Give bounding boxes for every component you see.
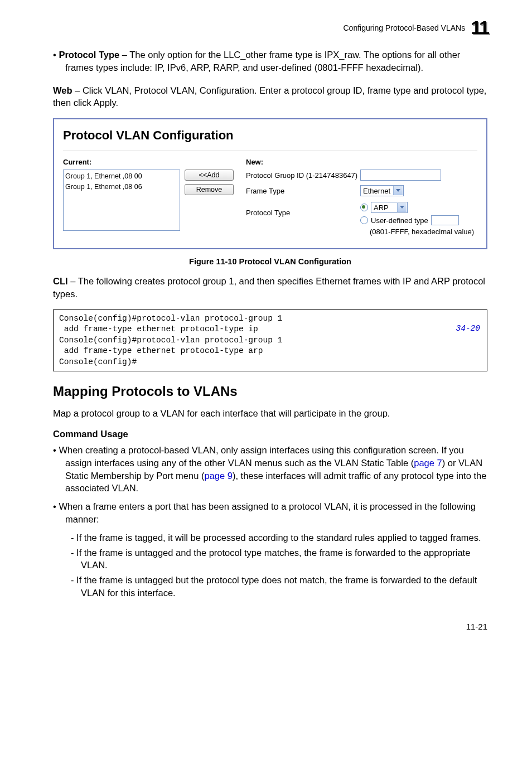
chapter-number-badge: 11 — [471, 17, 487, 38]
protocol-radio-userdefined[interactable] — [360, 216, 368, 224]
sub1-text: If the frame is tagged, it will be proce… — [76, 533, 481, 543]
section-heading: Mapping Protocols to VLANs — [53, 384, 487, 399]
remove-button[interactable]: Remove — [185, 184, 234, 195]
list-item[interactable]: Group 1, Ethernet ,08 06 — [65, 182, 178, 192]
protocol-select[interactable]: ARP — [371, 202, 408, 213]
add-button[interactable]: <<Add — [185, 170, 234, 181]
chevron-down-icon — [396, 189, 400, 192]
frame-type-select[interactable]: Ethernet — [360, 185, 404, 196]
usage-bullet-2: When a frame enters a port that has been… — [53, 500, 487, 526]
protocol-type-label: Protocol Type — [59, 50, 119, 60]
sub2-text: If the frame is untagged and the protoco… — [76, 548, 470, 570]
cli-text: – The following creates protocol group 1… — [53, 276, 485, 299]
protocol-radio-predefined[interactable] — [360, 204, 368, 211]
frame-type-value: Ethernet — [363, 187, 390, 195]
chevron-down-icon — [400, 206, 404, 209]
group-id-input[interactable] — [360, 170, 441, 181]
user-defined-hint: (0801-FFFF, hexadecimal value) — [360, 228, 474, 236]
figure-caption: Figure 11-10 Protocol VLAN Configuration — [53, 257, 487, 266]
cli-code-block: Console(config)#protocol-vlan protocol-g… — [53, 309, 487, 372]
usage-b1-a: When creating a protocol-based VLAN, onl… — [59, 445, 463, 468]
user-defined-label: User-defined type — [371, 216, 428, 225]
new-label: New: — [246, 158, 477, 166]
web-lead: Web — [53, 85, 72, 95]
usage-subbullet-3: - If the frame is untagged but the proto… — [53, 574, 487, 599]
list-item[interactable]: Group 1, Ethernet ,08 00 — [65, 171, 178, 182]
code-page-ref[interactable]: 34-20 — [456, 323, 480, 335]
web-instruction: Web – Click VLAN, Protocol VLAN, Configu… — [53, 84, 487, 110]
cli-lead: CLI — [53, 276, 68, 286]
frame-type-label: Frame Type — [246, 187, 360, 195]
command-usage-heading: Command Usage — [53, 429, 487, 439]
current-label: Current: — [63, 158, 236, 166]
user-defined-input[interactable] — [431, 215, 459, 225]
group-id-label: Protocol Gruop ID (1-2147483647) — [246, 171, 360, 180]
page-header: Configuring Protocol-Based VLANs 11 — [53, 17, 487, 38]
page-link-9[interactable]: page 9 — [204, 471, 232, 481]
usage-subbullet-2: - If the frame is untagged and the proto… — [53, 546, 487, 572]
divider — [63, 151, 477, 151]
protocol-type-text: – The only option for the LLC_other fram… — [65, 50, 460, 72]
sub3-text: If the frame is untagged but the protoco… — [76, 575, 477, 598]
current-listbox[interactable]: Group 1, Ethernet ,08 00 Group 1, Ethern… — [63, 170, 180, 231]
web-text: – Click VLAN, Protocol VLAN, Configurati… — [53, 85, 486, 108]
breadcrumb: Configuring Protocol-Based VLANs — [344, 23, 466, 32]
screenshot-panel: Protocol VLAN Configuration Current: Gro… — [53, 118, 487, 249]
protocol-type-label: Protocol Type — [246, 201, 360, 217]
usage-bullet-1: When creating a protocol-based VLAN, onl… — [53, 444, 487, 495]
screenshot-title: Protocol VLAN Configuration — [63, 128, 477, 143]
page-number: 11-21 — [53, 622, 487, 631]
protocol-select-value: ARP — [374, 204, 389, 212]
section-intro: Map a protocol group to a VLAN for each … — [53, 407, 487, 420]
usage-subbullet-1: - If the frame is tagged, it will be pro… — [53, 531, 487, 544]
cli-instruction: CLI – The following creates protocol gro… — [53, 275, 487, 301]
page-link-7[interactable]: page 7 — [414, 458, 442, 468]
protocol-type-bullet: Protocol Type – The only option for the … — [53, 49, 487, 74]
cli-code: Console(config)#protocol-vlan protocol-g… — [59, 314, 282, 366]
